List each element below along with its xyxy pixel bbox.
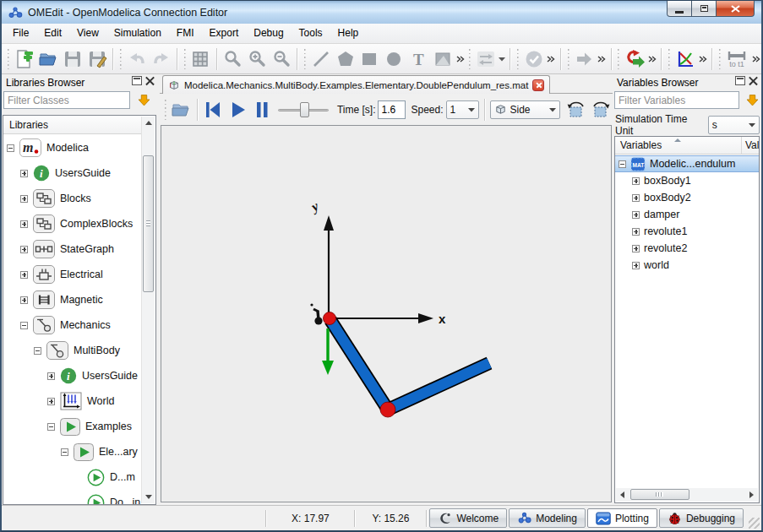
variable-tree-item[interactable]: damper [615,206,759,223]
toolbar-drag-handle[interactable] [567,49,570,69]
sort-ascending-icon[interactable] [674,138,681,142]
rotate-camera-right-button[interactable] [588,97,613,122]
scrollbar-thumb[interactable] [143,155,154,292]
variables-horizontal-scrollbar[interactable] [616,488,758,502]
libraries-vertical-scrollbar[interactable] [141,117,155,503]
toolbar-extension-button[interactable] [546,46,557,71]
time-input[interactable] [378,100,406,119]
float-panel-icon[interactable] [132,76,142,85]
view-perspective-combobox[interactable]: Side [490,100,561,119]
redo-button[interactable] [149,46,173,71]
library-tree-item[interactable]: Ele...ary [3,439,141,464]
zoom-fit-button[interactable] [221,46,245,71]
connect-mode-dropdown[interactable] [498,46,506,71]
animation-open-button[interactable] [169,97,193,122]
menu-item[interactable]: View [69,24,106,43]
new-plot-window-button[interactable] [673,46,697,71]
expander-icon[interactable] [20,271,28,279]
expander-icon[interactable] [47,398,55,405]
expander-icon[interactable] [34,347,41,355]
filter-classes-input[interactable] [3,91,130,109]
filter-variables-input[interactable] [614,91,739,109]
menu-item[interactable]: Edit [36,24,69,43]
save-as-button[interactable] [85,46,110,71]
library-tree-item[interactable]: StateGraph [3,236,141,262]
variable-tree-item[interactable]: boxBody1 [615,172,759,189]
toolbar-drag-handle[interactable] [7,49,9,69]
variable-tree-item[interactable]: revolute2 [615,240,759,257]
expander-icon[interactable] [20,195,28,203]
simulation-interval-button[interactable]: to t1 [723,46,750,71]
expander-icon[interactable] [632,228,640,236]
minimize-button[interactable] [667,1,692,17]
menu-item[interactable]: File [5,24,36,43]
variable-tree-item[interactable]: boxBody2 [615,189,759,206]
variable-tree-item[interactable]: MAT Modelic...endulum [615,155,759,172]
expander-icon[interactable] [20,296,28,304]
value-column-header[interactable]: Value [742,137,759,154]
toolbar-extension-button[interactable] [647,46,658,71]
close-panel-icon[interactable] [145,76,155,85]
toolbar-drag-handle[interactable] [119,49,122,69]
menu-item[interactable]: Tools [292,24,330,43]
expander-icon[interactable] [7,144,14,152]
expander-icon[interactable] [20,322,28,329]
rectangle-shape-button[interactable] [357,46,382,71]
restore-button[interactable] [692,1,717,17]
line-shape-button[interactable] [308,46,333,71]
library-tree-item[interactable]: Magnetic [3,287,141,312]
bitmap-shape-button[interactable] [431,46,455,71]
save-button[interactable] [61,46,85,71]
scroll-down-icon[interactable] [142,491,155,503]
rotate-camera-left-button[interactable] [564,97,588,122]
close-panel-icon[interactable] [749,76,759,85]
scroll-left-icon[interactable] [616,488,629,502]
library-tree-item[interactable]: Do...in [3,490,141,504]
perspective-button[interactable]: Debugging [659,508,744,528]
library-tree-item[interactable]: i UsersGuide [3,160,141,186]
library-tree-item[interactable]: MultiBody [3,338,141,363]
animation-pause-button[interactable] [250,97,275,122]
menu-item[interactable]: Export [202,24,247,43]
menu-item[interactable]: FMI [169,24,202,43]
expander-icon[interactable] [47,423,55,431]
toolbar-extension-button[interactable] [455,46,466,71]
close-button[interactable] [717,1,755,17]
expander-icon[interactable] [632,194,640,202]
expander-icon[interactable] [632,211,640,219]
simulate-button[interactable] [572,46,597,71]
polygon-shape-button[interactable] [333,46,357,71]
library-tree-item[interactable]: Electrical [3,262,141,287]
expander-icon[interactable] [632,262,640,269]
perspective-button[interactable]: Plotting [587,508,657,528]
toolbar-extension-button[interactable] [597,46,608,71]
toolbar-drag-handle[interactable] [303,49,306,69]
result-file-tab[interactable]: Modelica.Mechanics.MultiBody.Examples.El… [162,75,550,94]
expander-icon[interactable] [619,160,626,168]
toolbar-extension-button[interactable] [697,46,708,71]
library-tree-item[interactable]: D...m [3,464,141,490]
animation-time-slider[interactable] [278,101,329,118]
toolbar-drag-handle[interactable] [516,49,519,69]
toolbar-drag-handle[interactable] [183,49,186,69]
perspective-button[interactable]: Welcome [429,508,507,528]
re-simulate-button[interactable] [623,46,647,71]
resize-grip[interactable] [749,518,760,529]
expander-icon[interactable] [632,245,640,252]
connect-mode-button[interactable] [473,46,498,71]
scrollbar-thumb[interactable] [630,489,689,500]
variable-tree-item[interactable]: revolute1 [615,223,759,240]
open-model-button[interactable] [36,46,61,71]
speed-combobox[interactable]: 1 [446,100,479,119]
animation-viewport[interactable]: y x [161,125,612,502]
text-shape-button[interactable]: T [406,46,431,71]
menu-item[interactable]: Debug [246,24,291,43]
toolbar-drag-handle[interactable] [164,100,166,120]
slider-handle[interactable] [300,102,309,117]
expand-filter-icon[interactable] [744,92,760,109]
library-tree-item[interactable]: ComplexBlocks [3,211,141,236]
menu-item[interactable]: Simulation [106,24,169,43]
library-tree-item[interactable]: Examples [3,414,141,439]
undo-button[interactable] [124,46,149,71]
tab-close-icon[interactable] [532,79,544,91]
